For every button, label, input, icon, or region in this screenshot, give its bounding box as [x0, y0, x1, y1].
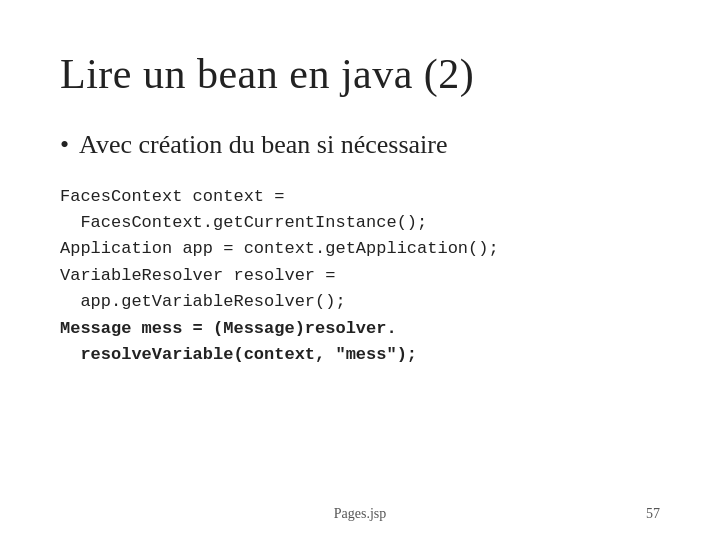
code-line-3: Application app = context.getApplication… [60, 236, 660, 262]
footer-center: Pages.jsp [334, 506, 387, 522]
code-line-5: app.getVariableResolver(); [60, 289, 660, 315]
code-line-2: FacesContext.getCurrentInstance(); [60, 210, 660, 236]
bullet-item: • Avec création du bean si nécessaire [60, 128, 660, 162]
code-line-6: Message mess = (Message)resolver. [60, 316, 660, 342]
code-line-7: resolveVariable(context, "mess"); [60, 342, 660, 368]
slide-title: Lire un bean en java (2) [60, 50, 660, 98]
bullet-section: • Avec création du bean si nécessaire [60, 128, 660, 162]
bullet-text: Avec création du bean si nécessaire [79, 128, 447, 162]
bullet-dot: • [60, 128, 69, 162]
code-block: FacesContext context = FacesContext.getC… [60, 184, 660, 368]
code-line-1: FacesContext context = [60, 184, 660, 210]
slide: Lire un bean en java (2) • Avec création… [0, 0, 720, 540]
code-line-4: VariableResolver resolver = [60, 263, 660, 289]
footer-page: 57 [646, 506, 660, 522]
